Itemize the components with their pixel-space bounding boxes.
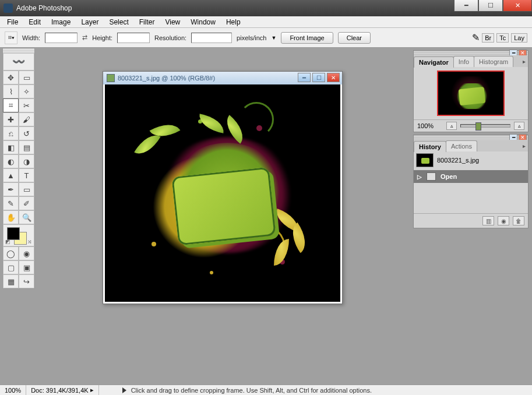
doc-minimize-button[interactable]: ━ bbox=[298, 73, 311, 82]
toolbox-grip[interactable] bbox=[3, 48, 34, 53]
history-snapshot-row[interactable]: 8003221_s.jpg bbox=[414, 151, 528, 169]
crop-width-input[interactable] bbox=[45, 33, 77, 43]
menu-window[interactable]: Window bbox=[186, 17, 220, 27]
eraser-tool[interactable]: ◧ bbox=[3, 140, 19, 154]
history-empty-area bbox=[414, 184, 528, 213]
zoom-in-button[interactable]: ▵ bbox=[514, 122, 524, 130]
clear-button[interactable]: Clear bbox=[338, 32, 371, 44]
toolbox-panel[interactable]: 〰️ ✥▭⌇✧⌗✂✚🖌⎌↺◧▤◐◑▲T✒▭✎✐✋🔍 ◩⤭ ◯ ◉ ▢ ▣ ▦ ↪ bbox=[2, 48, 35, 289]
resolution-units[interactable]: pixels/inch bbox=[237, 34, 266, 41]
document-window[interactable]: 8003221_s.jpg @ 100% (RGB/8#) ━ ☐ ✕ bbox=[103, 71, 343, 304]
navigator-panel[interactable]: ━ ✕ Navigator Info Histogram ▸ 100% ▵ bbox=[413, 50, 529, 132]
shape-tool[interactable]: ▭ bbox=[19, 182, 34, 196]
path-select-tool[interactable]: ▲ bbox=[3, 168, 19, 182]
panel-grip[interactable]: ━ ✕ bbox=[414, 135, 528, 140]
zoom-tool[interactable]: 🔍 bbox=[19, 210, 34, 224]
menu-help[interactable]: Help bbox=[221, 17, 245, 27]
status-docsize[interactable]: Doc: 391,4K/391,4K ▸ bbox=[26, 385, 99, 395]
quickmask-mode-button[interactable]: ◉ bbox=[19, 246, 34, 260]
history-brush-tool[interactable]: ↺ bbox=[19, 126, 34, 140]
tab-navigator[interactable]: Navigator bbox=[414, 57, 454, 68]
new-snapshot-button[interactable]: ◉ bbox=[498, 216, 509, 225]
panel-menu-button[interactable]: ▸ bbox=[523, 58, 526, 65]
tab-actions[interactable]: Actions bbox=[446, 140, 477, 151]
swap-colors-icon[interactable]: ⤭ bbox=[27, 239, 32, 245]
slice-tool[interactable]: ✂ bbox=[19, 98, 34, 112]
menu-select[interactable]: Select bbox=[104, 17, 133, 27]
menu-view[interactable]: View bbox=[160, 17, 185, 27]
menu-layer[interactable]: Layer bbox=[76, 17, 103, 27]
brush-tool[interactable]: 🖌 bbox=[19, 112, 34, 126]
blur-tool[interactable]: ◐ bbox=[3, 154, 19, 168]
menu-edit[interactable]: Edit bbox=[24, 17, 45, 27]
zoom-slider[interactable] bbox=[460, 124, 510, 128]
swap-dimensions-button[interactable]: ⇄ bbox=[82, 34, 87, 41]
move-tool[interactable]: ✥ bbox=[3, 70, 19, 84]
navigator-thumbnail[interactable] bbox=[437, 70, 505, 116]
eyedropper-tool[interactable]: ✐ bbox=[19, 196, 34, 210]
doc-maximize-button[interactable]: ☐ bbox=[312, 73, 325, 82]
open-step-icon bbox=[427, 172, 436, 181]
document-title: 8003221_s.jpg @ 100% (RGB/8#) bbox=[118, 75, 215, 82]
zoom-out-button[interactable]: ▵ bbox=[446, 122, 457, 130]
crop-tool[interactable]: ⌗ bbox=[3, 98, 19, 112]
window-minimize-button[interactable]: ━ bbox=[454, 0, 478, 12]
delete-state-button[interactable]: 🗑 bbox=[513, 216, 524, 225]
screen-mode-full[interactable]: ▦ bbox=[3, 274, 19, 288]
window-maximize-button[interactable]: ☐ bbox=[478, 0, 503, 12]
standard-mode-button[interactable]: ◯ bbox=[3, 246, 19, 260]
lasso-tool[interactable]: ⌇ bbox=[3, 84, 19, 98]
panel-menu-button[interactable]: ▸ bbox=[523, 143, 526, 149]
screen-mode-full-menus[interactable]: ▣ bbox=[19, 260, 34, 274]
crop-tool-preset-icon[interactable]: ⌗▾ bbox=[5, 31, 17, 44]
zoom-slider-thumb[interactable] bbox=[475, 122, 481, 131]
options-bar: ⌗▾ Width: ⇄ Height: Resolution: pixels/i… bbox=[0, 28, 532, 48]
history-step-open[interactable]: ▷ Open bbox=[414, 170, 528, 183]
screen-mode-standard[interactable]: ▢ bbox=[3, 260, 19, 274]
navigator-zoom-value[interactable]: 100% bbox=[417, 122, 443, 129]
crop-resolution-input[interactable] bbox=[191, 33, 232, 43]
app-title: Adobe Photoshop bbox=[16, 4, 72, 12]
menu-bar: File Edit Image Layer Select Filter View… bbox=[0, 16, 532, 28]
history-brush-source-icon[interactable]: ▷ bbox=[417, 174, 422, 180]
hand-tool[interactable]: ✋ bbox=[3, 210, 19, 224]
doc-close-button[interactable]: ✕ bbox=[327, 73, 340, 82]
tab-history[interactable]: History bbox=[414, 141, 446, 152]
palette-well-layers[interactable]: Lay bbox=[511, 33, 527, 43]
jump-to-imageready[interactable]: ↪ bbox=[19, 274, 34, 288]
pen-tool[interactable]: ✒ bbox=[3, 182, 19, 196]
foreground-color[interactable] bbox=[7, 227, 20, 240]
status-zoom[interactable]: 100% bbox=[0, 385, 26, 395]
menu-filter[interactable]: Filter bbox=[135, 17, 160, 27]
type-tool[interactable]: T bbox=[19, 168, 34, 182]
history-panel[interactable]: ━ ✕ History Actions ▸ 8003221_s.jpg ▷ Op… bbox=[413, 135, 529, 228]
notes-tool[interactable]: ✎ bbox=[3, 196, 19, 210]
panel-grip[interactable]: ━ ✕ bbox=[414, 51, 528, 55]
crop-height-input[interactable] bbox=[117, 33, 150, 43]
menu-image[interactable]: Image bbox=[47, 17, 75, 27]
palette-well-brushes[interactable]: Br bbox=[482, 33, 494, 43]
tab-histogram[interactable]: Histogram bbox=[474, 56, 513, 67]
healing-brush-tool[interactable]: ✚ bbox=[3, 112, 19, 126]
window-close-button[interactable]: ✕ bbox=[503, 0, 532, 12]
history-step-label: Open bbox=[441, 173, 457, 180]
gradient-tool[interactable]: ▤ bbox=[19, 140, 34, 154]
history-thumbnail bbox=[416, 153, 434, 167]
dodge-tool[interactable]: ◑ bbox=[19, 154, 34, 168]
document-icon bbox=[107, 74, 115, 82]
color-swatch[interactable]: ◩⤭ bbox=[3, 224, 34, 246]
new-document-from-state-button[interactable]: ▥ bbox=[482, 216, 494, 225]
clone-stamp-tool[interactable]: ⎌ bbox=[3, 126, 19, 140]
palette-well-toolpresets[interactable]: Tc bbox=[496, 33, 509, 43]
tab-info[interactable]: Info bbox=[453, 56, 474, 67]
history-source-name: 8003221_s.jpg bbox=[437, 157, 479, 164]
width-label: Width: bbox=[22, 34, 40, 41]
canvas[interactable] bbox=[105, 84, 340, 302]
magic-wand-tool[interactable]: ✧ bbox=[19, 84, 34, 98]
document-titlebar[interactable]: 8003221_s.jpg @ 100% (RGB/8#) ━ ☐ ✕ bbox=[103, 72, 342, 84]
front-image-button[interactable]: Front Image bbox=[281, 32, 333, 44]
menu-file[interactable]: File bbox=[2, 17, 23, 27]
rect-marquee-tool[interactable]: ▭ bbox=[19, 70, 34, 84]
height-label: Height: bbox=[92, 34, 112, 41]
brush-preset-icon[interactable]: ✎ bbox=[472, 32, 480, 43]
